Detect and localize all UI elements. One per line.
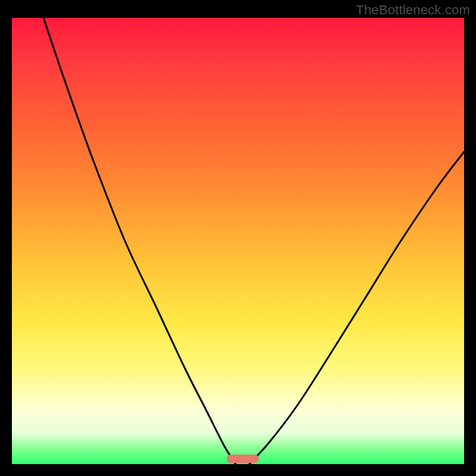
watermark-text: TheBottleneck.com	[356, 2, 470, 18]
curve-path	[43, 18, 464, 464]
optimal-marker	[227, 455, 259, 463]
bottleneck-curve	[12, 18, 464, 464]
plot-area	[12, 18, 464, 464]
chart-frame: TheBottleneck.com	[0, 0, 476, 476]
